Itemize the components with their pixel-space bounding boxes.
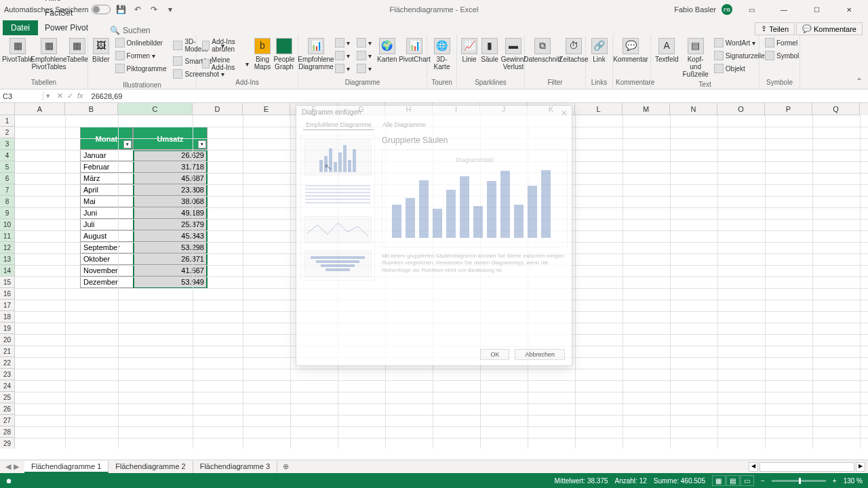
table-row[interactable]: Dezember53.949 xyxy=(80,277,208,288)
get-addins-button[interactable]: Add-Ins abrufen xyxy=(199,37,252,54)
table-row[interactable]: März45.687 xyxy=(80,173,208,184)
add-sheet-button[interactable]: ⊕ xyxy=(277,462,294,471)
sheet-prev-icon[interactable]: ◀ xyxy=(5,462,11,471)
slicer-button[interactable]: ⧉Datenschnitt xyxy=(528,37,557,64)
row-header[interactable]: 7 xyxy=(0,184,15,196)
row-header[interactable]: 24 xyxy=(0,380,15,392)
row-header[interactable]: 20 xyxy=(0,334,15,346)
dialog-close-icon[interactable]: ✕ xyxy=(561,108,568,118)
3d-map-button[interactable]: 🌐3D- Karte xyxy=(430,37,454,72)
chart-hier-icon[interactable]: ▾ xyxy=(354,49,374,62)
maximize-icon[interactable]: ☐ xyxy=(803,3,830,16)
row-header[interactable]: 19 xyxy=(0,323,15,334)
select-all-corner[interactable] xyxy=(0,103,15,115)
table-row[interactable]: Februar31.718 xyxy=(80,161,208,173)
record-macro-icon[interactable]: ⏺ xyxy=(5,477,12,485)
row-header[interactable]: 28 xyxy=(0,426,15,438)
col-header[interactable]: A xyxy=(15,103,65,115)
icons-button[interactable]: Piktogramme xyxy=(113,62,170,75)
row-header[interactable]: 6 xyxy=(0,173,15,184)
row-header[interactable]: 29 xyxy=(0,438,15,449)
sheet-tab[interactable]: Flächendiagramme 1 xyxy=(24,461,108,473)
row-header[interactable]: 3 xyxy=(0,138,15,150)
chart-combo-icon[interactable]: ▾ xyxy=(354,62,374,75)
online-pictures-button[interactable]: Onlinebilder xyxy=(113,37,170,49)
dialog-tab-recommended[interactable]: Empfohlene Diagramme xyxy=(303,120,374,130)
name-box[interactable]: C3 xyxy=(0,92,43,100)
col-header[interactable]: Q xyxy=(812,103,860,115)
redo-icon[interactable]: ↷ xyxy=(149,4,159,15)
sheet-next-icon[interactable]: ▶ xyxy=(14,462,19,471)
row-header[interactable]: 26 xyxy=(0,403,15,415)
row-header[interactable]: 16 xyxy=(0,288,15,300)
row-header[interactable]: 9 xyxy=(0,207,15,219)
minimize-icon[interactable]: — xyxy=(770,3,797,16)
pivotchart-button[interactable]: 📊PivotChart xyxy=(399,37,429,64)
col-header[interactable]: E xyxy=(243,103,290,115)
dialog-cancel-button[interactable]: Abbrechen xyxy=(515,349,565,360)
tab-hilfe[interactable]: Hilfe xyxy=(38,0,106,5)
thumb-line-chart[interactable] xyxy=(304,216,372,243)
link-button[interactable]: 🔗Link xyxy=(589,37,610,64)
qat-customize-icon[interactable]: ▾ xyxy=(165,4,176,15)
textbox-button[interactable]: ATextfeld xyxy=(654,37,679,64)
row-header[interactable]: 22 xyxy=(0,357,15,369)
formula-bar[interactable]: 26628,69 xyxy=(87,92,868,100)
col-header[interactable]: M xyxy=(623,103,670,115)
table-button[interactable]: ▦Tabelle xyxy=(65,37,90,64)
col-header[interactable]: D xyxy=(193,103,243,115)
thumb-funnel-chart[interactable] xyxy=(304,250,372,277)
share-button[interactable]: ⇪ Teilen xyxy=(755,22,795,35)
hscroll-left-icon[interactable]: ◀ xyxy=(749,462,758,472)
table-row[interactable]: Mai38.068 xyxy=(80,196,208,207)
spark-line-button[interactable]: 📈Linie xyxy=(460,37,479,64)
view-page-icon[interactable]: ▤ xyxy=(726,475,740,486)
row-header[interactable]: 27 xyxy=(0,415,15,426)
col-header[interactable]: O xyxy=(717,103,765,115)
row-header[interactable]: 23 xyxy=(0,369,15,380)
search-box[interactable]: 🔍 Suchen xyxy=(106,26,151,35)
zoom-in-icon[interactable]: + xyxy=(833,477,837,485)
maps-button[interactable]: 🌍Karten xyxy=(376,37,398,64)
comments-button[interactable]: 💬 Kommentare xyxy=(796,22,863,35)
thumb-text-chart[interactable] xyxy=(304,182,372,209)
chart-pie-icon[interactable]: ▾ xyxy=(332,49,353,62)
my-addins-button[interactable]: Meine Add-Ins ▾ xyxy=(199,55,252,73)
table-row[interactable]: November41.567 xyxy=(80,265,208,277)
filter-icon[interactable]: ▾ xyxy=(123,140,132,148)
bing-maps-button[interactable]: bBing Maps xyxy=(253,37,272,72)
hscroll-track[interactable] xyxy=(760,462,854,472)
chart-line-icon[interactable]: ▾ xyxy=(354,37,374,49)
row-header[interactable]: 8 xyxy=(0,196,15,207)
ribbon-options-icon[interactable]: ▭ xyxy=(738,3,765,16)
row-header[interactable]: 13 xyxy=(0,253,15,265)
undo-icon[interactable]: ↶ xyxy=(132,4,143,15)
enter-formula-icon[interactable]: ✓ xyxy=(67,92,73,100)
symbol-button[interactable]: Symbol xyxy=(762,49,802,62)
people-graph-button[interactable]: People Graph xyxy=(273,37,295,72)
row-header[interactable]: 5 xyxy=(0,161,15,173)
row-header[interactable]: 12 xyxy=(0,242,15,253)
equation-button[interactable]: Formel xyxy=(762,37,802,49)
col-header[interactable]: P xyxy=(765,103,812,115)
table-row[interactable]: August45.343 xyxy=(80,230,208,242)
zoom-level[interactable]: 130 % xyxy=(844,477,863,485)
zoom-out-icon[interactable]: − xyxy=(761,477,765,485)
recommended-charts-button[interactable]: 📊Empfohlene Diagramme xyxy=(301,37,331,72)
tab-file[interactable]: Datei xyxy=(3,20,38,35)
hscroll-right-icon[interactable]: ▶ xyxy=(856,462,865,472)
dialog-ok-button[interactable]: OK xyxy=(480,349,509,360)
dialog-tab-all[interactable]: Alle Diagramme xyxy=(380,120,429,130)
save-icon[interactable]: 💾 xyxy=(116,4,127,15)
table-row[interactable]: April23.308 xyxy=(80,184,208,196)
zoom-slider[interactable] xyxy=(772,480,826,482)
col-header[interactable]: L xyxy=(575,103,623,115)
sheet-tab[interactable]: Flächendiagramme 3 xyxy=(193,461,277,473)
chart-scatter-icon[interactable]: ▾ xyxy=(332,62,353,75)
tab-factset[interactable]: FactSet xyxy=(38,5,106,20)
table-row[interactable]: Oktober26.371 xyxy=(80,253,208,265)
table-row[interactable]: September53.298 xyxy=(80,242,208,253)
table-row[interactable]: Januar26.629 xyxy=(80,150,208,161)
collapse-ribbon-icon[interactable]: ⌃ xyxy=(856,77,863,86)
dialog-thumbnails[interactable] xyxy=(300,136,375,281)
